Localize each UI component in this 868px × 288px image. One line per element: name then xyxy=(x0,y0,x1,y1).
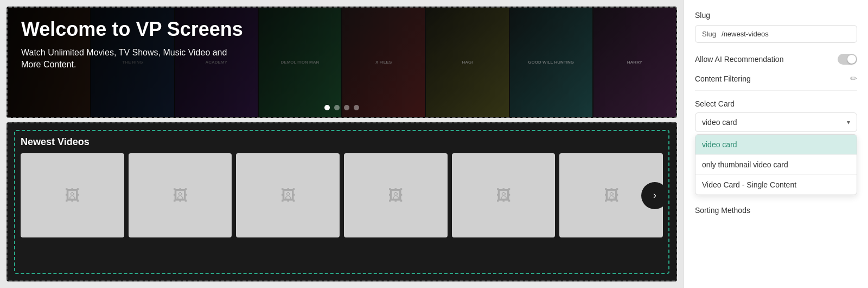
dot-3[interactable] xyxy=(344,105,349,110)
dot-4[interactable] xyxy=(354,105,359,110)
next-icon: › xyxy=(653,190,656,201)
video-cards-wrapper: 🖼 🖼 🖼 🖼 🖼 🖼 › xyxy=(21,153,663,237)
image-placeholder-icon-6: 🖼 xyxy=(604,186,619,204)
slug-row: Slug /newest-videos xyxy=(695,25,857,43)
content-section: Newest Videos 🖼 🖼 🖼 🖼 🖼 🖼 xyxy=(7,122,677,281)
slug-section: Slug Slug /newest-videos xyxy=(695,11,857,43)
preview-panel: Schwarzenegger THE RING ACADEMY DEMOLITI… xyxy=(0,0,684,288)
dot-2[interactable] xyxy=(334,105,340,110)
dropdown-item-only-thumbnail[interactable]: only thumbnail video card xyxy=(695,155,857,175)
video-card-6: 🖼 › xyxy=(559,153,663,237)
content-section-inner: Newest Videos 🖼 🖼 🖼 🖼 🖼 🖼 xyxy=(14,130,669,274)
slug-value: /newest-videos xyxy=(722,30,850,38)
chevron-down-icon: ▾ xyxy=(847,118,850,126)
select-card-section: Select Card video card ▾ video card only… xyxy=(695,99,857,195)
card-type-dropdown-menu: video card only thumbnail video card Vid… xyxy=(695,134,857,195)
image-placeholder-icon-5: 🖼 xyxy=(496,186,511,204)
slug-label: Slug xyxy=(702,30,716,38)
video-card-1: 🖼 xyxy=(21,153,124,237)
video-card-5: 🖼 xyxy=(452,153,556,237)
hero-section: Schwarzenegger THE RING ACADEMY DEMOLITI… xyxy=(7,7,677,118)
toggle-knob xyxy=(847,55,856,64)
video-card-2: 🖼 xyxy=(129,153,232,237)
hero-dots xyxy=(324,105,359,110)
image-placeholder-icon-1: 🖼 xyxy=(65,186,80,204)
sorting-methods-label: Sorting Methods xyxy=(695,206,857,215)
dropdown-item-video-card[interactable]: video card xyxy=(695,135,857,155)
image-placeholder-icon-2: 🖼 xyxy=(173,186,188,204)
image-placeholder-icon-3: 🖼 xyxy=(280,186,296,204)
dot-1[interactable] xyxy=(324,105,330,110)
content-filtering-row: Content Filtering ✏ xyxy=(695,73,857,91)
settings-panel: Slug Slug /newest-videos Allow AI Recomm… xyxy=(684,0,868,288)
content-filtering-label: Content Filtering xyxy=(695,74,751,83)
slug-section-label: Slug xyxy=(695,11,857,20)
select-card-label: Select Card xyxy=(695,99,857,108)
hero-title: Welcome to VP Screens xyxy=(21,18,243,40)
video-card-3: 🖼 xyxy=(236,153,340,237)
image-placeholder-icon-4: 🖼 xyxy=(388,186,403,204)
select-card-current-value: video card xyxy=(702,118,737,127)
hero-content: Welcome to VP Screens Watch Unlimited Mo… xyxy=(21,18,243,71)
select-card-dropdown[interactable]: video card ▾ xyxy=(695,112,857,132)
edit-icon[interactable]: ✏ xyxy=(850,73,857,84)
next-button[interactable]: › xyxy=(641,182,668,209)
ai-recommendation-row: Allow AI Recommendation xyxy=(695,54,857,65)
ai-recommendation-toggle[interactable] xyxy=(838,54,857,65)
section-title: Newest Videos xyxy=(21,136,663,148)
hero-subtitle: Watch Unlimited Movies, TV Shows, Music … xyxy=(21,47,238,71)
dropdown-item-single-content[interactable]: Video Card - Single Content xyxy=(695,175,857,195)
video-card-4: 🖼 xyxy=(344,153,448,237)
ai-recommendation-label: Allow AI Recommendation xyxy=(695,55,783,64)
